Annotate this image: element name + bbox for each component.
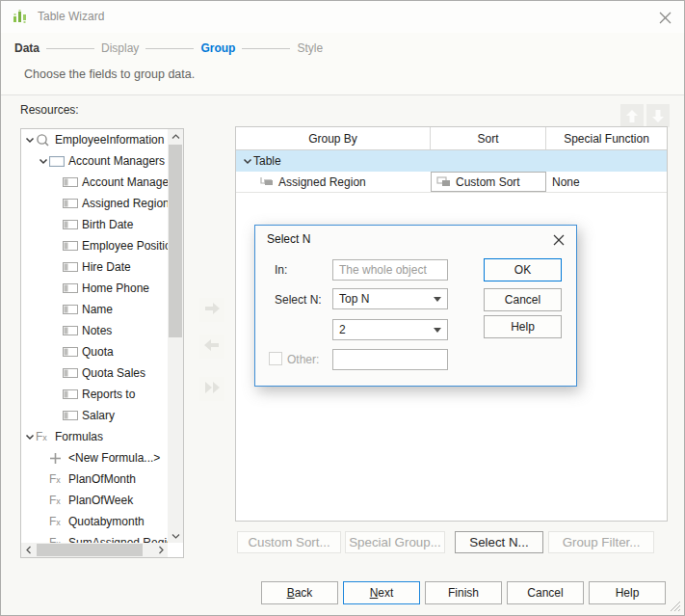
close-icon[interactable] <box>657 10 672 25</box>
tree-item-salary[interactable]: Salary <box>21 405 168 426</box>
tree-item-quota-sales[interactable]: Quota Sales <box>21 362 168 384</box>
n-value-dropdown[interactable]: 2 <box>332 319 448 340</box>
tree-item-label: Formulas <box>55 430 103 443</box>
cell-sort[interactable]: Custom Sort <box>431 172 546 193</box>
tree-item-label: EmployeeInformation <box>55 133 164 147</box>
tree-item-quota[interactable]: Quota <box>21 341 168 362</box>
column-icon <box>63 368 82 378</box>
cell-text: Assigned Region <box>278 175 366 189</box>
fx-icon: Fx <box>36 430 55 443</box>
tree-item-employee-position[interactable]: Employee Position <box>21 235 168 256</box>
finish-button[interactable]: Finish <box>425 581 502 604</box>
column-icon <box>63 411 82 420</box>
resources-tree-items: EmployeeInformationAccount ManagersAccou… <box>21 129 168 543</box>
cell-special-function[interactable]: None <box>546 172 667 193</box>
scroll-down-icon[interactable] <box>168 528 183 543</box>
scroll-right-icon[interactable] <box>153 543 168 557</box>
step-style[interactable]: Style <box>297 41 323 55</box>
column-icon <box>63 326 82 335</box>
table-row[interactable]: Table <box>236 150 667 172</box>
column-icon <box>63 177 82 187</box>
tree-item-assigned-region[interactable]: Assigned Region <box>21 193 168 214</box>
in-field[interactable]: The whole object <box>332 259 448 281</box>
column-header-special-function: Special Function <box>546 127 667 149</box>
special-group-button: Special Group... <box>345 531 445 553</box>
select-n-button[interactable]: Select N... <box>455 531 543 553</box>
add-all-fields-button[interactable] <box>199 377 224 401</box>
select-n-dialog: Select N In: The whole object Select N: … <box>254 225 577 387</box>
table-row[interactable]: Assigned RegionCustom SortNone <box>236 172 667 193</box>
fx-icon: Fx <box>49 536 68 543</box>
vertical-scroll-thumb[interactable] <box>169 145 182 337</box>
tree-item-label: PlanOfWeek <box>68 494 133 507</box>
column-icon <box>63 199 82 208</box>
tree-item-quotabymonth[interactable]: FxQuotabymonth <box>21 511 168 532</box>
tree-item-new-formula[interactable]: <New Formula...> <box>21 447 168 469</box>
tree-item-label: Birth Date <box>82 218 133 231</box>
cell-group-by[interactable]: Assigned Region <box>236 172 431 193</box>
back-button[interactable]: Back <box>261 581 338 604</box>
plus-icon <box>49 452 68 465</box>
tree-item-formulas[interactable]: FxFormulas <box>21 426 168 447</box>
tree-item-label: Account Managers I <box>82 175 168 189</box>
horizontal-scroll-thumb[interactable] <box>37 544 143 556</box>
tree-item-name[interactable]: Name <box>21 299 168 320</box>
next-button[interactable]: Next <box>343 581 420 604</box>
cell-sort[interactable] <box>431 150 546 172</box>
select-n-dropdown[interactable]: Top N <box>332 288 448 309</box>
tree-item-reports-to[interactable]: Reports to <box>21 384 168 405</box>
add-field-button[interactable] <box>199 298 224 322</box>
tree-item-label: Quota Sales <box>82 366 145 380</box>
step-group[interactable]: Group <box>200 41 235 55</box>
tree-item-account-managers-i[interactable]: Account Managers I <box>21 172 168 193</box>
scroll-left-icon[interactable] <box>21 543 36 557</box>
tree-item-label: Quotabymonth <box>68 515 145 528</box>
cell-group-by[interactable]: Table <box>236 150 431 172</box>
move-down-button[interactable] <box>646 104 670 127</box>
column-header-sort: Sort <box>431 127 546 149</box>
tree-vertical-scrollbar[interactable] <box>168 129 183 543</box>
tree-item-label: Reports to <box>82 388 135 401</box>
help-button[interactable]: Help <box>589 581 666 604</box>
tree-item-sumassigned-region[interactable]: FxSumAssigned Region <box>21 532 168 543</box>
cancel-button[interactable]: Cancel <box>507 581 584 604</box>
step-connector <box>145 48 194 49</box>
table-icon <box>49 156 68 167</box>
tree-item-hire-date[interactable]: Hire Date <box>21 256 168 278</box>
chevron-down-icon <box>434 328 441 333</box>
dialog-cancel-button[interactable]: Cancel <box>484 288 562 311</box>
resize-grip-icon[interactable] <box>670 601 681 612</box>
tree-item-account-managers[interactable]: Account Managers <box>21 150 168 172</box>
remove-field-button[interactable] <box>199 335 224 359</box>
move-up-button[interactable] <box>620 104 644 127</box>
tree-item-employeeinformation[interactable]: EmployeeInformation <box>21 129 168 150</box>
fx-icon: Fx <box>49 515 68 528</box>
chevron-down-icon <box>242 158 253 165</box>
step-display[interactable]: Display <box>101 41 139 55</box>
titlebar: Table Wizard <box>1 1 684 34</box>
chevron-down-icon <box>37 158 49 165</box>
tree-item-birth-date[interactable]: Birth Date <box>21 214 168 235</box>
step-data[interactable]: Data <box>14 41 40 55</box>
dialog-close-icon[interactable] <box>552 233 566 247</box>
custom-sort-icon <box>436 176 456 188</box>
dialog-help-button[interactable]: Help <box>484 315 562 338</box>
other-checkbox[interactable] <box>269 352 282 365</box>
dialog-ok-button[interactable]: OK <box>484 258 562 281</box>
resources-tree: EmployeeInformationAccount ManagersAccou… <box>20 128 184 558</box>
fx-icon: Fx <box>49 494 68 507</box>
tree-item-notes[interactable]: Notes <box>21 320 168 341</box>
cell-text: None <box>552 175 580 189</box>
tree-item-planofweek[interactable]: FxPlanOfWeek <box>21 490 168 511</box>
chevron-down-icon <box>23 137 36 144</box>
tree-item-planofmonth[interactable]: FxPlanOfMonth <box>21 469 168 490</box>
wizard-steps: DataDisplayGroupStyle <box>14 41 323 55</box>
step-connector <box>46 48 94 49</box>
tree-item-label: Account Managers <box>68 154 165 168</box>
tree-item-home-phone[interactable]: Home Phone <box>21 278 168 299</box>
column-header-group-by: Group By <box>236 127 431 149</box>
tree-horizontal-scrollbar[interactable] <box>21 543 168 557</box>
cell-special-function[interactable] <box>546 150 667 172</box>
other-field[interactable] <box>332 349 448 370</box>
scroll-up-icon[interactable] <box>168 129 183 144</box>
